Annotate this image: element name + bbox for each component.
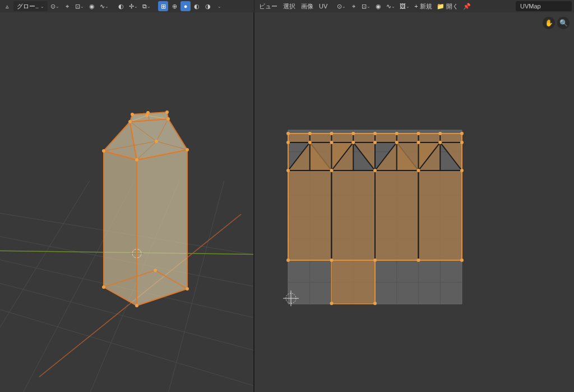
pin-button[interactable]: 📌 [461, 1, 473, 11]
svg-point-25 [102, 285, 105, 289]
svg-point-89 [286, 141, 290, 144]
svg-point-38 [146, 111, 150, 114]
svg-point-107 [460, 259, 464, 262]
uv-editor-header: ビュー 選択 画像 UV ⊙⌄ ⌖ ⊡⌄ ◉ ∿⌄ 🖼⌄ + 新規 📁 開く 📌… [254, 0, 574, 12]
uv-pivot-dropdown[interactable]: ⊙⌄ [335, 1, 348, 11]
svg-point-34 [166, 117, 170, 121]
svg-point-92 [351, 141, 355, 144]
menu-select[interactable]: 選択 [281, 2, 298, 11]
uv-snap-target-dropdown[interactable]: ⊡⌄ [360, 1, 372, 11]
svg-point-101 [417, 169, 420, 172]
svg-point-37 [165, 110, 169, 114]
new-image-button[interactable]: + 新規 [413, 1, 434, 11]
svg-marker-13 [104, 151, 137, 306]
svg-point-88 [460, 132, 464, 135]
svg-point-30 [135, 158, 138, 162]
chevron-down-icon: ⌄ [40, 4, 44, 9]
svg-point-32 [155, 140, 158, 143]
uv-snap-toggle[interactable]: ⌖ [349, 1, 359, 11]
svg-point-93 [373, 141, 377, 144]
svg-marker-14 [137, 150, 187, 306]
svg-point-94 [395, 141, 399, 144]
menu-uv[interactable]: UV [317, 3, 330, 10]
snap-target-dropdown[interactable]: ⊡⌄ [73, 1, 86, 11]
svg-rect-59 [375, 170, 419, 260]
svg-point-87 [438, 132, 442, 135]
svg-rect-57 [288, 170, 332, 260]
viewport-3d[interactable] [0, 12, 254, 392]
svg-point-82 [330, 132, 334, 135]
svg-point-28 [154, 269, 157, 272]
svg-point-103 [286, 259, 290, 262]
proportional-falloff-dropdown[interactable]: ∿⌄ [98, 1, 110, 11]
svg-line-8 [0, 181, 90, 382]
svg-point-104 [330, 259, 334, 262]
svg-point-105 [373, 259, 377, 262]
uvmap-name-field[interactable]: UVMap [516, 1, 572, 11]
svg-point-86 [417, 132, 420, 135]
svg-rect-60 [419, 170, 462, 260]
svg-point-91 [330, 141, 334, 144]
svg-point-95 [417, 141, 420, 144]
svg-point-96 [438, 141, 442, 144]
shading-wireframe[interactable]: ⊕ [169, 1, 179, 11]
shading-options-dropdown[interactable]: ⌄ [214, 1, 224, 11]
svg-point-26 [135, 304, 138, 307]
toggle-xray[interactable]: ⊞ [158, 1, 168, 11]
uv-falloff-dropdown[interactable]: ∿⌄ [385, 1, 397, 11]
svg-point-31 [186, 148, 189, 151]
transform-orientation-label: グロー.. [17, 2, 39, 11]
editor-panes: ◇ [0, 12, 574, 392]
uv-proportional-toggle[interactable]: ◉ [373, 1, 383, 11]
gizmo-dropdown[interactable]: ✢⌄ [127, 1, 140, 11]
svg-point-98 [286, 169, 290, 172]
menu-view[interactable]: ビュー [257, 2, 280, 11]
uv-editor[interactable]: ✋ 🔍 [254, 12, 574, 392]
svg-point-106 [417, 259, 420, 262]
mesh-visibility-icon[interactable]: ◐ [116, 1, 126, 11]
svg-point-99 [330, 169, 334, 172]
svg-point-80 [286, 132, 290, 135]
svg-rect-58 [332, 170, 376, 260]
svg-line-4 [0, 301, 254, 392]
mesh-milk-carton [102, 110, 189, 307]
shading-solid[interactable]: ● [180, 1, 191, 11]
header-bar: ▵ グロー.. ⌄ ⊙⌄ ⌖ ⊡⌄ ◉ ∿⌄ ◐ ✢⌄ ⧉⌄ ⊞ ⊕ ● ◐ ◑… [0, 0, 574, 12]
menu-image[interactable]: 画像 [299, 2, 316, 11]
svg-point-84 [373, 132, 377, 135]
viewport-header: ▵ グロー.. ⌄ ⊙⌄ ⌖ ⊡⌄ ◉ ∿⌄ ◐ ✢⌄ ⧉⌄ ⊞ ⊕ ● ◐ ◑… [0, 0, 254, 12]
uv-editor-canvas [254, 12, 574, 392]
image-browse-dropdown[interactable]: 🖼⌄ [398, 1, 411, 11]
svg-point-90 [308, 141, 312, 144]
svg-point-33 [128, 120, 132, 123]
snap-toggle[interactable]: ⌖ [62, 1, 72, 11]
pivot-point-dropdown[interactable]: ⊙⌄ [49, 1, 61, 11]
proportional-edit-toggle[interactable]: ◉ [87, 1, 97, 11]
svg-point-100 [373, 169, 377, 172]
cursor-icon[interactable]: ▵ [2, 1, 12, 11]
open-image-button[interactable]: 📁 開く [435, 1, 460, 11]
viewport-3d-canvas [0, 12, 254, 392]
svg-point-36 [131, 113, 134, 116]
svg-point-29 [102, 149, 105, 153]
shading-material[interactable]: ◐ [192, 1, 202, 11]
svg-point-108 [330, 302, 334, 305]
shading-rendered[interactable]: ◑ [203, 1, 213, 11]
svg-rect-77 [332, 260, 376, 304]
svg-point-85 [395, 132, 399, 135]
transform-orientation-dropdown[interactable]: グロー.. ⌄ [13, 1, 48, 11]
svg-point-83 [351, 132, 355, 135]
svg-point-97 [460, 141, 464, 144]
svg-point-102 [460, 169, 464, 172]
svg-point-81 [308, 132, 312, 135]
svg-point-109 [373, 302, 377, 305]
overlay-dropdown[interactable]: ⧉⌄ [141, 1, 152, 11]
svg-point-27 [186, 287, 189, 290]
